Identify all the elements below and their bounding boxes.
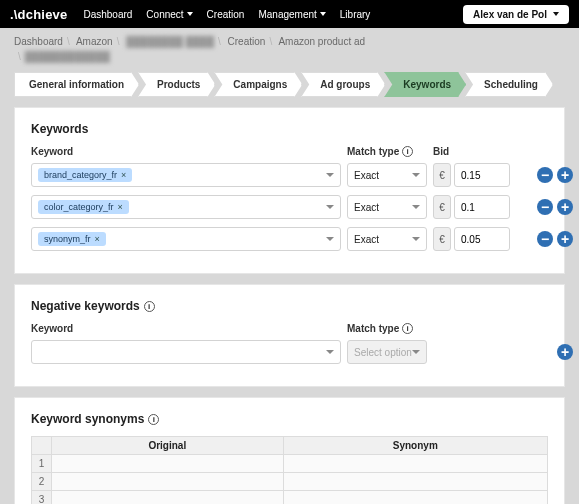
- tab-keywords[interactable]: Keywords: [384, 72, 466, 97]
- table-row: 1: [32, 455, 548, 473]
- chevron-down-icon: [187, 12, 193, 16]
- keyword-row: brand_category_fr× Exact € − +: [31, 163, 548, 187]
- match-type-select[interactable]: Select option: [347, 340, 427, 364]
- keyword-token: synonym_fr×: [38, 232, 106, 246]
- remove-token-icon[interactable]: ×: [121, 170, 126, 180]
- col-keyword: Keyword: [31, 323, 341, 334]
- tab-campaigns[interactable]: Campaigns: [214, 72, 302, 97]
- chevron-down-icon: [326, 205, 334, 209]
- synonyms-panel: Keyword synonyms i Original Synonym 1 2 …: [14, 397, 565, 504]
- original-cell[interactable]: [52, 473, 284, 491]
- col-match: Match typei: [347, 146, 427, 157]
- crumb-amazon[interactable]: Amazon: [76, 36, 113, 47]
- logo: .\dchieve: [10, 7, 67, 22]
- info-icon[interactable]: i: [402, 146, 413, 157]
- col-original: Original: [52, 437, 284, 455]
- chevron-down-icon: [326, 237, 334, 241]
- keyword-token: color_category_fr×: [38, 200, 129, 214]
- top-nav: Dashboard Connect Creation Management Li…: [83, 9, 370, 20]
- top-bar: .\dchieve Dashboard Connect Creation Man…: [0, 0, 579, 28]
- info-icon[interactable]: i: [402, 323, 413, 334]
- synonyms-title: Keyword synonyms i: [31, 412, 548, 426]
- col-synonym: Synonym: [283, 437, 547, 455]
- nav-connect[interactable]: Connect: [146, 9, 192, 20]
- remove-token-icon[interactable]: ×: [118, 202, 123, 212]
- add-row-button[interactable]: +: [557, 231, 573, 247]
- currency-label: €: [433, 163, 451, 187]
- remove-token-icon[interactable]: ×: [95, 234, 100, 244]
- tab-scheduling[interactable]: Scheduling: [465, 72, 553, 97]
- add-row-button[interactable]: +: [557, 167, 573, 183]
- remove-row-button[interactable]: −: [537, 231, 553, 247]
- nav-library[interactable]: Library: [340, 9, 371, 20]
- synonym-cell[interactable]: [283, 473, 547, 491]
- nav-dashboard[interactable]: Dashboard: [83, 9, 132, 20]
- chevron-down-icon: [412, 237, 420, 241]
- keyword-input[interactable]: brand_category_fr×: [31, 163, 341, 187]
- chevron-down-icon: [412, 173, 420, 177]
- remove-row-button[interactable]: −: [537, 199, 553, 215]
- bid-input[interactable]: [454, 195, 510, 219]
- keywords-title: Keywords: [31, 122, 548, 136]
- original-cell[interactable]: [52, 455, 284, 473]
- keyword-row: color_category_fr× Exact € − +: [31, 195, 548, 219]
- crumb-creation[interactable]: Creation: [228, 36, 266, 47]
- info-icon[interactable]: i: [144, 301, 155, 312]
- synonyms-table: Original Synonym 1 2 3: [31, 436, 548, 504]
- remove-row-button[interactable]: −: [537, 167, 553, 183]
- tab-general-info[interactable]: General information: [14, 72, 139, 97]
- negative-title: Negative keywords i: [31, 299, 548, 313]
- crumb-product-ad[interactable]: Amazon product ad: [278, 36, 365, 47]
- table-row: 2: [32, 473, 548, 491]
- currency-label: €: [433, 195, 451, 219]
- keyword-input[interactable]: color_category_fr×: [31, 195, 341, 219]
- col-keyword: Keyword: [31, 146, 341, 157]
- bid-input[interactable]: [454, 227, 510, 251]
- add-row-button[interactable]: +: [557, 344, 573, 360]
- crumb-obscured: ████████ ████: [126, 36, 214, 47]
- col-bid: Bid: [433, 146, 513, 157]
- chevron-down-icon: [326, 173, 334, 177]
- tab-ad-groups[interactable]: Ad groups: [301, 72, 385, 97]
- match-type-select[interactable]: Exact: [347, 163, 427, 187]
- synonym-cell[interactable]: [283, 455, 547, 473]
- match-type-select[interactable]: Exact: [347, 227, 427, 251]
- keywords-panel: Keywords Keyword Match typei Bid brand_c…: [14, 107, 565, 274]
- keyword-token: brand_category_fr×: [38, 168, 132, 182]
- nav-creation[interactable]: Creation: [207, 9, 245, 20]
- tab-products[interactable]: Products: [138, 72, 215, 97]
- negative-keywords-panel: Negative keywords i Keyword Match typei …: [14, 284, 565, 387]
- chevron-down-icon: [553, 12, 559, 16]
- info-icon[interactable]: i: [148, 414, 159, 425]
- chevron-down-icon: [412, 205, 420, 209]
- keyword-input[interactable]: [31, 340, 341, 364]
- crumb-dashboard[interactable]: Dashboard: [14, 36, 63, 47]
- tab-strip: General information Products Campaigns A…: [0, 66, 579, 97]
- add-row-button[interactable]: +: [557, 199, 573, 215]
- user-name: Alex van de Pol: [473, 9, 547, 20]
- original-cell[interactable]: [52, 491, 284, 505]
- table-row: 3: [32, 491, 548, 505]
- breadcrumb: Dashboard\ Amazon\ ████████ ████\ Creati…: [0, 28, 579, 66]
- crumb-obscured-2: ████████████: [25, 51, 110, 62]
- chevron-down-icon: [320, 12, 326, 16]
- nav-management[interactable]: Management: [258, 9, 325, 20]
- bid-input[interactable]: [454, 163, 510, 187]
- keyword-row: Select option +: [31, 340, 548, 364]
- chevron-down-icon: [326, 350, 334, 354]
- keyword-input[interactable]: synonym_fr×: [31, 227, 341, 251]
- match-type-select[interactable]: Exact: [347, 195, 427, 219]
- chevron-down-icon: [412, 350, 420, 354]
- currency-label: €: [433, 227, 451, 251]
- keyword-row: synonym_fr× Exact € − +: [31, 227, 548, 251]
- user-menu[interactable]: Alex van de Pol: [463, 5, 569, 24]
- col-match: Match typei: [347, 323, 427, 334]
- synonym-cell[interactable]: [283, 491, 547, 505]
